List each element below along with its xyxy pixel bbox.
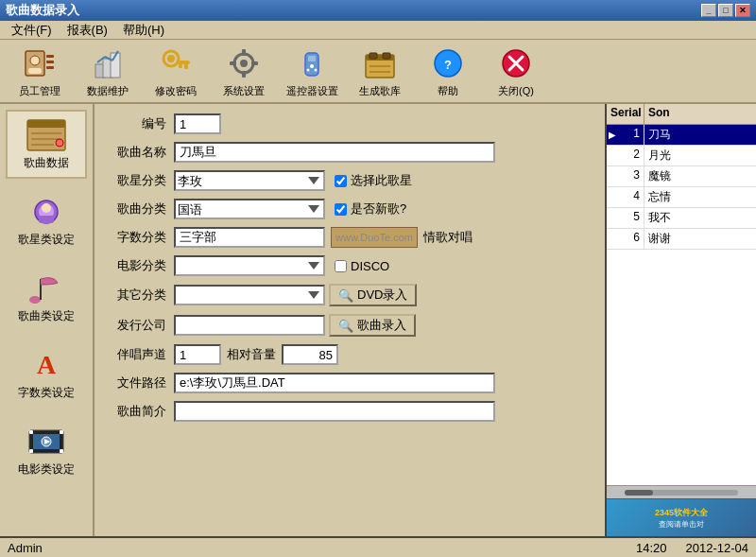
- intro-label: 歌曲简介: [110, 403, 174, 420]
- star-select[interactable]: 李玫: [174, 170, 325, 191]
- ad-text-2: 查阅请单击对: [659, 519, 704, 530]
- menu-help[interactable]: 帮助(H): [115, 20, 172, 41]
- sidebar-item-song-settings[interactable]: 歌曲类设定: [6, 263, 87, 332]
- table-row[interactable]: ▶ 1 刀马: [607, 125, 756, 146]
- status-right: 14:20 2012-12-04: [636, 541, 748, 555]
- sidebar-item-char-settings[interactable]: A 字数类设定: [6, 339, 87, 409]
- ad-text-1: 2345软件大全: [655, 507, 708, 519]
- search-icon-song: 🔍: [338, 319, 353, 333]
- svg-rect-14: [177, 61, 190, 64]
- minimize-button[interactable]: _: [701, 4, 716, 17]
- toolbar-password[interactable]: 修改密码: [146, 43, 206, 100]
- row-arrow: [607, 208, 618, 228]
- toolbar-help-label: 帮助: [438, 84, 458, 98]
- channel-input[interactable]: [174, 344, 221, 365]
- file-path-input[interactable]: [174, 373, 495, 393]
- song-entry-button[interactable]: 🔍 歌曲录入: [329, 314, 416, 337]
- table-row[interactable]: 6 谢谢: [607, 229, 756, 250]
- svg-rect-30: [369, 53, 377, 59]
- td-serial: 6: [618, 229, 644, 249]
- sidebar-item-movie-label: 电影类设定: [18, 461, 75, 478]
- song-type-row: 歌曲分类 国语 是否新歌?: [110, 199, 590, 219]
- main-content: 歌曲数据 歌星类设定 歌曲类设定: [0, 104, 756, 536]
- emotion-label: 情歌对唱: [423, 229, 472, 246]
- char-type-input[interactable]: [174, 227, 325, 248]
- svg-point-49: [29, 296, 41, 304]
- svg-rect-55: [29, 430, 33, 434]
- intro-input[interactable]: [174, 401, 495, 422]
- song-type-select[interactable]: 国语: [174, 199, 325, 219]
- toolbar-remote[interactable]: 遥控器设置: [282, 43, 342, 100]
- status-date: 2012-12-04: [686, 541, 749, 555]
- sidebar-item-song-data[interactable]: 歌曲数据: [6, 110, 87, 179]
- svg-point-26: [307, 68, 310, 71]
- svg-point-13: [167, 55, 175, 62]
- sidebar-item-song-data-label: 歌曲数据: [24, 155, 69, 171]
- svg-text:?: ?: [444, 58, 452, 72]
- td-song: 我不: [644, 208, 756, 228]
- toolbar-settings-label: 系统设置: [223, 84, 265, 98]
- table-row[interactable]: 3 魔镜: [607, 166, 756, 187]
- svg-point-1: [30, 56, 40, 65]
- td-song: 刀马: [644, 125, 756, 145]
- toolbar-library-label: 生成歌库: [359, 84, 401, 98]
- close-icon: [497, 44, 535, 82]
- toolbar-remote-label: 遥控器设置: [286, 84, 338, 98]
- char-type-label: 字数分类: [110, 229, 174, 246]
- disco-checkbox-row: DISCO: [335, 259, 389, 273]
- svg-rect-56: [60, 430, 63, 434]
- movie-type-select[interactable]: [174, 255, 325, 276]
- table-row[interactable]: 5 我不: [607, 208, 756, 229]
- sidebar-item-star-settings[interactable]: 歌星类设定: [6, 186, 87, 255]
- select-star-label: 选择此歌星: [351, 172, 412, 189]
- channel-label: 伴唱声道: [110, 346, 174, 363]
- right-panel: Serial Son ▶ 1 刀马 2 月光 3 魔镜 4 忘情: [605, 104, 756, 536]
- menu-report[interactable]: 报表(B): [60, 20, 115, 41]
- search-icon-dvd: 🔍: [338, 288, 353, 303]
- svg-rect-4: [46, 61, 54, 63]
- disco-label: DISCO: [351, 259, 389, 273]
- window-controls: _ □ ✕: [701, 4, 750, 17]
- status-user: Admin: [8, 541, 43, 555]
- publisher-input[interactable]: [174, 315, 325, 336]
- menu-file[interactable]: 文件(F): [4, 20, 60, 41]
- form-area: 编号 歌曲名称 歌星分类 李玫 选择此歌星 歌曲分类 国语: [94, 104, 605, 536]
- maximize-button[interactable]: □: [718, 4, 733, 17]
- select-star-checkbox-row: 选择此歌星: [335, 172, 412, 189]
- movie-type-label: 电影分类: [110, 257, 174, 274]
- td-serial: 1: [618, 125, 644, 145]
- volume-input[interactable]: [282, 344, 338, 365]
- publisher-label: 发行公司: [110, 317, 174, 334]
- sidebar-item-song-settings-label: 歌曲类设定: [18, 308, 75, 324]
- select-star-checkbox[interactable]: [335, 175, 347, 187]
- disco-checkbox[interactable]: [335, 260, 347, 272]
- svg-rect-57: [29, 449, 33, 453]
- svg-rect-31: [383, 53, 390, 59]
- song-name-input[interactable]: [174, 142, 495, 163]
- status-left: Admin: [8, 541, 43, 555]
- intro-row: 歌曲简介: [110, 401, 590, 422]
- table-body: ▶ 1 刀马 2 月光 3 魔镜 4 忘情 5 我不: [607, 125, 756, 485]
- close-button[interactable]: ✕: [735, 4, 750, 17]
- dvd-button[interactable]: 🔍 DVD录入: [329, 284, 417, 306]
- toolbar-help[interactable]: ? 帮助: [418, 43, 478, 100]
- song-name-row: 歌曲名称: [110, 142, 590, 163]
- svg-rect-48: [39, 216, 54, 223]
- sidebar-item-movie-settings[interactable]: 电影类设定: [6, 416, 87, 485]
- is-new-checkbox[interactable]: [335, 203, 347, 216]
- serial-input[interactable]: [174, 113, 221, 134]
- toolbar-data-maintain[interactable]: 数据维护: [77, 43, 138, 100]
- other-type-select[interactable]: [174, 285, 325, 305]
- toolbar-library[interactable]: 生成歌库: [350, 43, 410, 100]
- toolbar-close-label: 关闭(Q): [498, 84, 534, 98]
- toolbar-settings[interactable]: 系统设置: [214, 43, 274, 100]
- table-row[interactable]: 2 月光: [607, 146, 756, 166]
- table-row[interactable]: 4 忘情: [607, 187, 756, 208]
- td-serial: 3: [618, 166, 644, 186]
- row-arrow: [607, 229, 618, 249]
- toolbar-close[interactable]: 关闭(Q): [486, 43, 546, 100]
- toolbar-employee[interactable]: 员工管理: [9, 43, 70, 100]
- song-type-label: 歌曲分类: [110, 200, 174, 218]
- svg-point-27: [315, 68, 318, 71]
- table-scrollbar[interactable]: [607, 485, 756, 498]
